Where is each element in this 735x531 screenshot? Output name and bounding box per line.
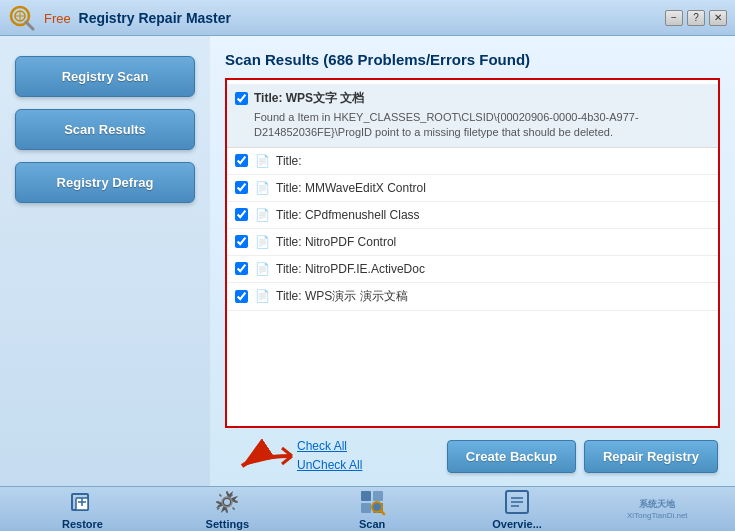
- item-checkbox-2[interactable]: [235, 208, 248, 221]
- title-bar: Free Registry Repair Master − ? ✕: [0, 0, 735, 36]
- uncheck-all-link[interactable]: UnCheck All: [297, 456, 362, 475]
- doc-icon: 📄: [254, 261, 270, 277]
- watermark: 系统天地 XiTongTianDi.net: [627, 498, 688, 520]
- repair-registry-button[interactable]: Repair Registry: [584, 440, 718, 473]
- item-label-2: Title: CPdfmenushell Class: [276, 208, 420, 222]
- check-links: Check All UnCheck All: [297, 437, 362, 475]
- header-title: Title: WPS文字 文档: [254, 90, 710, 107]
- item-label-0: Title:: [276, 154, 302, 168]
- overview-label: Overvie...: [492, 518, 542, 530]
- right-buttons: Create Backup Repair Registry: [447, 440, 718, 473]
- svg-point-10: [223, 498, 231, 506]
- item-checkbox-4[interactable]: [235, 262, 248, 275]
- list-item: 📄 Title: CPdfmenushell Class: [227, 202, 718, 229]
- red-arrow-icon: [227, 436, 297, 476]
- doc-icon: 📄: [254, 288, 270, 304]
- svg-rect-13: [373, 491, 383, 501]
- settings-icon: [213, 488, 241, 516]
- app-title: Free Registry Repair Master: [44, 10, 665, 26]
- content-area: Scan Results (686 Problems/Errors Found)…: [210, 36, 735, 486]
- taskbar-item-settings[interactable]: Settings: [192, 488, 262, 530]
- svg-line-17: [381, 511, 384, 514]
- sidebar-item-registry-defrag[interactable]: Registry Defrag: [15, 162, 195, 203]
- taskbar-item-scan[interactable]: Scan: [337, 488, 407, 530]
- svg-rect-12: [361, 491, 371, 501]
- minimize-button[interactable]: −: [665, 10, 683, 26]
- item-checkbox-3[interactable]: [235, 235, 248, 248]
- bottom-controls: Check All UnCheck All Create Backup Repa…: [225, 436, 720, 476]
- list-item: 📄 Title: WPS演示 演示文稿: [227, 283, 718, 311]
- taskbar: Restore Settings: [0, 486, 735, 531]
- item-label-1: Title: MMWaveEditX Control: [276, 181, 426, 195]
- doc-icon: 📄: [254, 153, 270, 169]
- page-title: Scan Results (686 Problems/Errors Found): [225, 51, 720, 68]
- item-label-5: Title: WPS演示 演示文稿: [276, 288, 408, 305]
- svg-rect-14: [361, 503, 371, 513]
- restore-label: Restore: [62, 518, 103, 530]
- overview-icon: [503, 488, 531, 516]
- create-backup-button[interactable]: Create Backup: [447, 440, 576, 473]
- scan-results-list[interactable]: Title: WPS文字 文档 Found a Item in HKEY_CLA…: [225, 78, 720, 428]
- sidebar-item-scan-results[interactable]: Scan Results: [15, 109, 195, 150]
- doc-icon: 📄: [254, 207, 270, 223]
- doc-icon: 📄: [254, 180, 270, 196]
- left-controls: Check All UnCheck All: [227, 436, 362, 476]
- list-item: 📄 Title: NitroPDF Control: [227, 229, 718, 256]
- scan-label: Scan: [359, 518, 385, 530]
- sidebar: Registry Scan Scan Results Registry Defr…: [0, 36, 210, 486]
- sidebar-item-registry-scan[interactable]: Registry Scan: [15, 56, 195, 97]
- restore-icon: [68, 488, 96, 516]
- check-all-link[interactable]: Check All: [297, 437, 362, 456]
- item-checkbox-1[interactable]: [235, 181, 248, 194]
- list-item: 📄 Title: NitroPDF.IE.ActiveDoc: [227, 256, 718, 283]
- item-label-3: Title: NitroPDF Control: [276, 235, 396, 249]
- taskbar-item-overview[interactable]: Overvie...: [482, 488, 552, 530]
- svg-line-2: [26, 22, 33, 29]
- scan-icon: [358, 488, 386, 516]
- result-item-header: Title: WPS文字 文档 Found a Item in HKEY_CLA…: [227, 84, 718, 148]
- item-checkbox-5[interactable]: [235, 290, 248, 303]
- close-button[interactable]: ✕: [709, 10, 727, 26]
- settings-label: Settings: [206, 518, 249, 530]
- item-checkbox-0[interactable]: [235, 154, 248, 167]
- doc-icon: 📄: [254, 234, 270, 250]
- help-button[interactable]: ?: [687, 10, 705, 26]
- app-logo: [8, 4, 36, 32]
- item-label-4: Title: NitroPDF.IE.ActiveDoc: [276, 262, 425, 276]
- main-container: Registry Scan Scan Results Registry Defr…: [0, 36, 735, 486]
- list-item: 📄 Title: MMWaveEditX Control: [227, 175, 718, 202]
- header-description: Found a Item in HKEY_CLASSES_ROOT\CLSID\…: [254, 110, 710, 141]
- window-controls: − ? ✕: [665, 10, 727, 26]
- taskbar-item-restore[interactable]: Restore: [47, 488, 117, 530]
- header-checkbox[interactable]: [235, 92, 248, 105]
- list-item: 📄 Title:: [227, 148, 718, 175]
